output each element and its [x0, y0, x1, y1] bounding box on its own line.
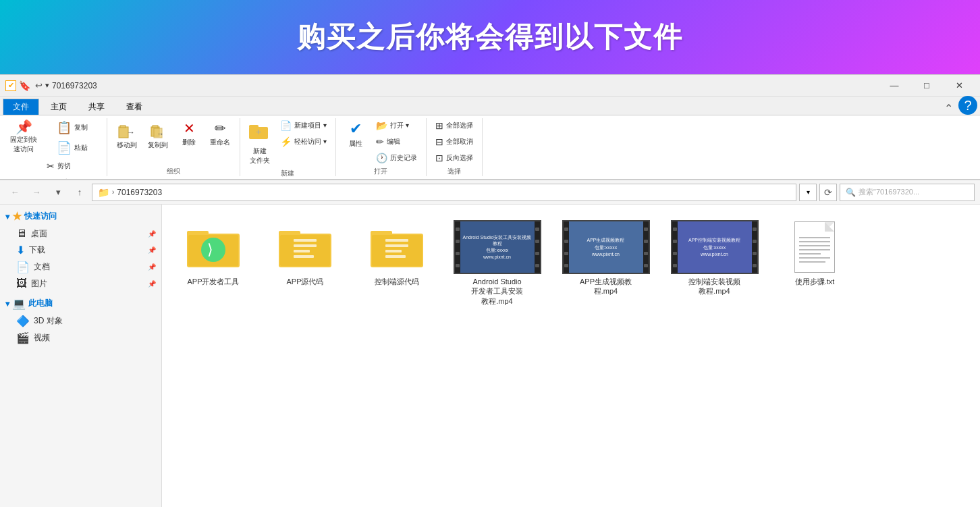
this-pc-section: ▾ 💻 此电脑 🔷 3D 对象 🎬 视频 — [0, 294, 161, 346]
file-item-usage-steps[interactable]: 使用步骤.txt — [774, 215, 855, 311]
titlebar-title: 7016973203 — [52, 81, 879, 90]
quick-access-section: ▾ ★ 快速访问 🖥 桌面 📌 ⬇ 下载 📌 📄 文档 📌 — [0, 207, 161, 292]
banner-title: 购买之后你将会得到以下文件 — [297, 18, 683, 56]
help-button[interactable]: ? — [958, 96, 977, 115]
3d-objects-label: 3D 对象 — [34, 315, 63, 327]
file-item-app-dev-tools[interactable]: ⟩ APP开发者工具 — [173, 215, 254, 311]
svg-text:⟩: ⟩ — [207, 241, 213, 258]
quick-access-header[interactable]: ▾ ★ 快速访问 — [0, 207, 161, 225]
ribbon-organize-content: → 移动到 → 复制到 ✕ 删除 ✏ 重命名 — [113, 118, 234, 165]
svg-point-13 — [201, 238, 225, 262]
new-label: 新建 — [281, 169, 294, 178]
svg-rect-20 — [294, 250, 310, 252]
refresh-button[interactable]: ⟳ — [819, 184, 837, 201]
open-button[interactable]: 📂 打开 ▾ — [373, 118, 420, 133]
sidebar-item-desktop[interactable]: 🖥 桌面 📌 — [0, 225, 161, 242]
ribbon-group-open: ✔ 属性 📂 打开 ▾ ✏ 编辑 🕐 历史记录 — [336, 118, 427, 176]
history-button[interactable]: 🕐 历史记录 — [373, 151, 420, 165]
paste-button[interactable]: 📄 粘贴 — [43, 138, 101, 157]
videos-icon: 🎬 — [16, 331, 30, 344]
file-item-android-studio-video[interactable]: Android Studio安装工具安装视频教程 包量:xxxxx www.pi… — [448, 215, 546, 311]
deselect-all-icon: ⊟ — [435, 136, 443, 147]
tab-home[interactable]: 主页 — [40, 99, 77, 115]
close-button[interactable]: ✕ — [944, 75, 975, 97]
this-pc-label: 此电脑 — [28, 298, 53, 309]
sidebar-item-3d-objects[interactable]: 🔷 3D 对象 — [0, 313, 161, 329]
3d-objects-icon: 🔷 — [16, 315, 30, 327]
cut-button[interactable]: ✂ 剪切 — [43, 159, 101, 174]
ribbon-group-organize: → 移动到 → 复制到 ✕ 删除 ✏ 重命名 — [107, 118, 240, 176]
copy-to-button[interactable]: → 复制到 — [144, 118, 172, 152]
svg-text:+: + — [256, 126, 261, 137]
move-to-button[interactable]: → 移动到 — [113, 118, 141, 152]
sidebar-item-videos[interactable]: 🎬 视频 — [0, 329, 161, 346]
addr-dropdown-button[interactable]: ▾ — [799, 184, 817, 201]
sidebar: ▾ ★ 快速访问 🖥 桌面 📌 ⬇ 下载 📌 📄 文档 📌 — [0, 205, 162, 507]
dropdown-nav-button[interactable]: ▾ — [49, 184, 67, 201]
copy-path-button[interactable]: ⊞ 复制路径 — [43, 175, 101, 180]
pin-button[interactable]: 📌 固定到快速访问 — [5, 118, 42, 156]
new-item-icon: 📄 — [280, 120, 292, 131]
copy-button[interactable]: 📋 复制 — [43, 118, 101, 137]
undo-icon[interactable]: ↩ — [35, 80, 43, 90]
documents-label: 文档 — [34, 261, 50, 273]
sidebar-item-documents[interactable]: 📄 文档 📌 — [0, 259, 161, 275]
tab-file[interactable]: 文件 — [3, 99, 39, 115]
up-button[interactable]: ↑ — [70, 184, 89, 201]
forward-button[interactable]: → — [27, 184, 46, 201]
window: ✔ 🔖 ↩ ▾ 7016973203 — □ ✕ 文件 主页 共享 查看 ⌃ ?… — [0, 74, 980, 507]
tab-share[interactable]: 共享 — [78, 99, 115, 115]
sidebar-item-pictures[interactable]: 🖼 图片 📌 — [0, 275, 161, 292]
search-placeholder: 搜索"701697320... — [859, 187, 919, 197]
file-item-app-gen-video[interactable]: APP生成视频教程 包量:xxxxx www.pixnt.cn APP生成视频教… — [557, 215, 655, 311]
minimize-button[interactable]: — — [879, 75, 910, 97]
file-name-control-install: 控制端安装视频教程.mp4 — [688, 277, 740, 296]
select-label: 选择 — [447, 167, 461, 176]
pictures-label: 图片 — [31, 278, 47, 290]
new-item-button[interactable]: 📄 新建项目 ▾ — [277, 118, 330, 133]
video-icon-android-studio: Android Studio安装工具安装视频教程 包量:xxxxx www.pi… — [454, 220, 541, 274]
paste-icon: 📄 — [57, 142, 72, 154]
quick-access-label: 快速访问 — [24, 211, 57, 222]
deselect-all-button[interactable]: ⊟ 全部取消 — [432, 134, 477, 149]
rename-button[interactable]: ✏ 重命名 — [206, 118, 234, 149]
svg-rect-18 — [294, 239, 317, 242]
address-path[interactable]: 📁 › 7016973203 — [92, 184, 796, 201]
select-all-icon: ⊞ — [435, 120, 443, 131]
addressbar: ← → ▾ ↑ 📁 › 7016973203 ▾ ⟳ 🔍 搜索"70169732… — [0, 180, 980, 205]
desktop-icon: 🖥 — [16, 228, 27, 240]
easy-access-icon: ⚡ — [280, 136, 292, 147]
file-item-control-source[interactable]: 控制端源代码 — [356, 215, 437, 311]
downloads-label: 下载 — [29, 244, 45, 256]
file-item-control-install-video[interactable]: APP控制端安装视频教程 包量:xxxxx www.pixnt.cn 控制端安装… — [665, 215, 763, 311]
ribbon-open-content: ✔ 属性 📂 打开 ▾ ✏ 编辑 🕐 历史记录 — [342, 118, 420, 165]
search-icon: 🔍 — [846, 188, 856, 197]
select-all-button[interactable]: ⊞ 全部选择 — [432, 118, 477, 133]
delete-button[interactable]: ✕ 删除 — [175, 118, 203, 149]
search-box[interactable]: 🔍 搜索"701697320... — [840, 184, 975, 201]
maximize-button[interactable]: □ — [911, 75, 942, 97]
titlebar-icons: ✔ 🔖 — [5, 80, 30, 91]
invert-button[interactable]: ⊡ 反向选择 — [432, 151, 477, 165]
expand-icon: ▾ — [5, 212, 9, 221]
back-button[interactable]: ← — [5, 184, 24, 201]
move-to-icon: → — [117, 120, 136, 139]
ribbon-group-new: + 新建文件夹 📄 新建项目 ▾ ⚡ 轻松访问 ▾ 新建 — [240, 118, 336, 176]
star-icon: ★ — [12, 210, 22, 223]
this-pc-header[interactable]: ▾ 💻 此电脑 — [0, 294, 161, 313]
folder-icon: 📁 — [98, 187, 109, 198]
file-item-app-source[interactable]: APP源代码 — [265, 215, 346, 311]
delete-icon: ✕ — [184, 120, 195, 136]
pin-icon: 📌 — [16, 120, 32, 134]
new-folder-button[interactable]: + 新建文件夹 — [246, 118, 274, 167]
sidebar-item-downloads[interactable]: ⬇ 下载 📌 — [0, 242, 161, 259]
svg-rect-25 — [385, 239, 408, 242]
ribbon-collapse-button[interactable]: ⌃ — [939, 102, 958, 115]
properties-button[interactable]: ✔ 属性 — [342, 118, 370, 151]
tab-view[interactable]: 查看 — [116, 99, 153, 115]
easy-access-button[interactable]: ⚡ 轻松访问 ▾ — [277, 134, 330, 149]
edit-button[interactable]: ✏ 编辑 — [373, 134, 420, 149]
svg-rect-19 — [294, 244, 317, 247]
ribbon-clipboard-content: 📌 固定到快速访问 📋 复制 📄 粘贴 ✂ 剪切 — [5, 118, 101, 180]
text-file-icon — [788, 220, 842, 274]
